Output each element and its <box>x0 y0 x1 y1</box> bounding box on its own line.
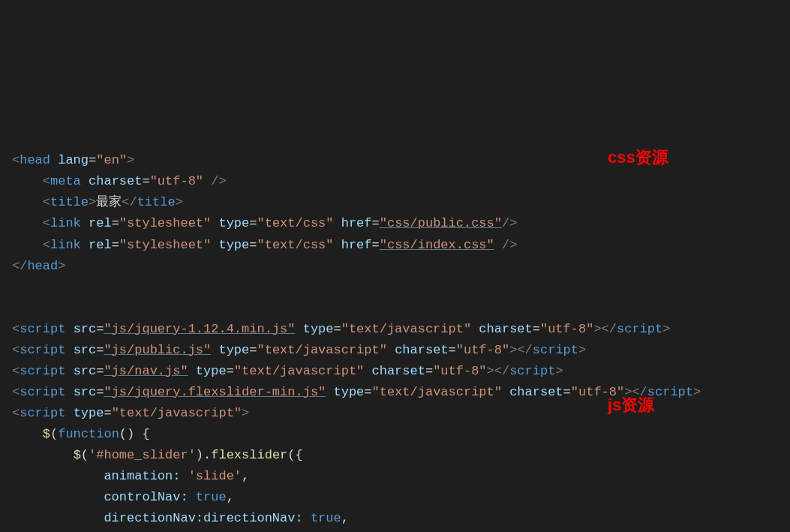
code-line: </head> <box>12 259 65 273</box>
code-line: <meta charset="utf-8" /> <box>12 174 227 188</box>
code-line: <link rel="stylesheet" type="text/css" h… <box>12 238 517 252</box>
code-line: <title>最家</title> <box>12 195 183 209</box>
code-editor[interactable]: css资源 js资源 <head lang="en"> <meta charse… <box>0 84 790 532</box>
code-line: <link rel="stylesheet" type="text/css" h… <box>12 216 517 230</box>
code-line: <script src="js/public.js" type="text/ja… <box>12 343 586 357</box>
code-line: <script src="js/jquery.flexslider-min.js… <box>12 385 701 399</box>
annotation-js: js资源 <box>608 392 654 419</box>
annotation-css: css资源 <box>608 144 668 171</box>
code-line: controlNav: true, <box>12 490 234 504</box>
code-line: <script type="text/javascript"> <box>12 406 249 420</box>
code-line: <script src="js/jquery-1.12.4.min.js" ty… <box>12 322 670 336</box>
code-line: <head lang="en"> <box>12 153 134 167</box>
code-line: $(function() { <box>12 427 150 441</box>
code-line: <script src="js/nav.js" type="text/javas… <box>12 364 563 378</box>
code-line: animation: 'slide', <box>12 469 249 483</box>
code-line: directionNav:directionNav: true, <box>12 511 349 525</box>
code-line: $('#home_slider').flexslider({ <box>12 448 303 462</box>
